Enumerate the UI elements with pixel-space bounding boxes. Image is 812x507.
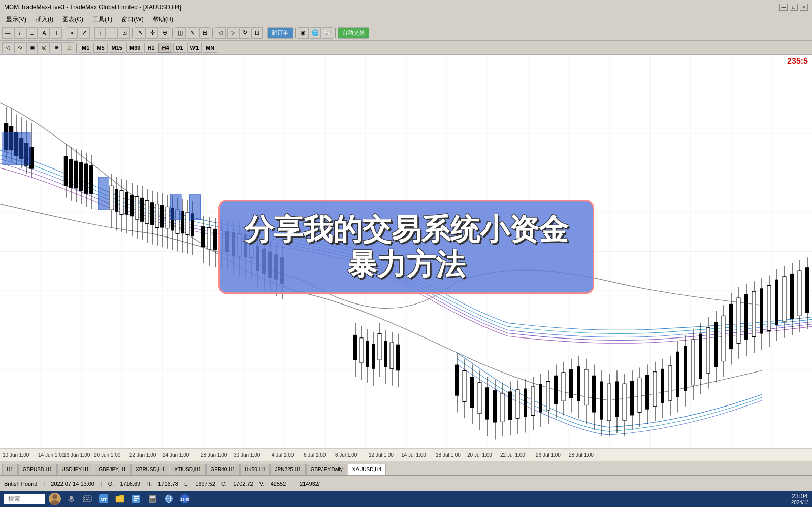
close-button[interactable]: ✕ bbox=[800, 4, 808, 11]
taskbar-2345-icon[interactable]: 2345 bbox=[179, 493, 191, 505]
svg-rect-250 bbox=[153, 499, 155, 500]
hline-tool-btn[interactable]: ≡ bbox=[26, 27, 38, 39]
tab-ger40-h1[interactable]: GER40,H1 bbox=[206, 464, 240, 475]
tf-sep bbox=[76, 43, 77, 53]
web-terminal-btn[interactable]: 🌐 bbox=[310, 27, 321, 39]
minimize-button[interactable]: — bbox=[779, 4, 788, 11]
svg-rect-90 bbox=[207, 228, 211, 249]
svg-rect-164 bbox=[577, 366, 580, 401]
menu-insert[interactable]: 插入(I) bbox=[31, 14, 57, 25]
nav-period-btn[interactable]: ◎ bbox=[39, 42, 50, 53]
svg-text:MT: MT bbox=[101, 497, 107, 502]
tab-gbpjpy-h1[interactable]: GBPJPY,H1 bbox=[94, 464, 131, 475]
svg-rect-176 bbox=[623, 384, 626, 421]
svg-rect-180 bbox=[638, 378, 641, 412]
template-btn[interactable]: ⊡ bbox=[251, 27, 263, 39]
svg-rect-245 bbox=[134, 500, 137, 501]
svg-rect-200 bbox=[714, 322, 718, 367]
nav-zoom-btn[interactable]: ⊕ bbox=[51, 42, 62, 53]
taskbar-ie-icon[interactable] bbox=[163, 493, 175, 505]
label-tool-btn[interactable]: T bbox=[51, 27, 62, 39]
xaxis-label-2: 16 Jun 1:00 bbox=[63, 452, 90, 458]
tf-m15[interactable]: M15 bbox=[109, 43, 125, 53]
tf-m30[interactable]: M30 bbox=[126, 43, 143, 53]
taskbar-calc-icon[interactable] bbox=[146, 493, 158, 505]
market-watch-btn[interactable]: ◉ bbox=[298, 27, 309, 39]
low-value: 1697.52 bbox=[195, 481, 215, 487]
taskbar-search-input[interactable] bbox=[4, 494, 45, 504]
xaxis-label-13: 18 Jul 1:00 bbox=[436, 452, 461, 458]
line-tool-btn[interactable]: — bbox=[2, 27, 13, 39]
zoom-out-btn[interactable]: − bbox=[107, 27, 118, 39]
autoscroll-btn[interactable]: ↻ bbox=[239, 27, 250, 39]
scroll-right-btn[interactable]: ▷ bbox=[227, 27, 238, 39]
svg-rect-56 bbox=[115, 189, 118, 212]
fit-btn[interactable]: ⊡ bbox=[119, 27, 130, 39]
crosshair-btn[interactable]: ✛ bbox=[147, 27, 158, 39]
tab-usdjpy-h1[interactable]: USDJPY,H1 bbox=[57, 464, 94, 475]
menu-display[interactable]: 显示(V) bbox=[2, 14, 30, 25]
tab-hk50-h1[interactable]: HK50,H1 bbox=[240, 464, 270, 475]
cursor-btn[interactable]: ↖ bbox=[135, 27, 146, 39]
svg-rect-248 bbox=[150, 499, 151, 500]
period-sep-btn[interactable]: ⊞ bbox=[199, 27, 210, 39]
tf-m1[interactable]: M1 bbox=[79, 43, 92, 53]
tab-gbpusd-h1[interactable]: GBPUSD,H1 bbox=[18, 464, 57, 475]
svg-rect-247 bbox=[150, 496, 155, 498]
chart-area: 235:5 bbox=[0, 55, 812, 448]
scroll-left-btn[interactable]: ◁ bbox=[215, 27, 226, 39]
menu-chart[interactable]: 图表(C) bbox=[58, 14, 87, 25]
svg-rect-224 bbox=[805, 267, 809, 313]
tf-m5[interactable]: M5 bbox=[93, 43, 107, 53]
tf-d1[interactable]: D1 bbox=[173, 43, 186, 53]
tab-jpn225-h1[interactable]: JPN225,H1 bbox=[270, 464, 305, 475]
tf-h4[interactable]: H4 bbox=[158, 43, 172, 53]
nav-indicator-btn[interactable]: ∿ bbox=[14, 42, 25, 53]
text-tool-btn[interactable]: A bbox=[39, 27, 50, 39]
nav-chart-btn[interactable]: ◫ bbox=[63, 42, 74, 53]
tf-mn[interactable]: MN bbox=[203, 43, 217, 53]
tab-h1-suffix[interactable]: H1 bbox=[2, 464, 18, 475]
cross2-btn[interactable]: ⊕ bbox=[159, 27, 170, 39]
taskbar-mic-icon[interactable] bbox=[65, 493, 77, 505]
svg-rect-182 bbox=[645, 375, 649, 410]
svg-text:2345: 2345 bbox=[180, 497, 189, 502]
menu-help[interactable]: 帮助(H) bbox=[149, 14, 178, 25]
nav-template-btn[interactable]: ▣ bbox=[26, 42, 38, 53]
taskbar-mt4-icon[interactable]: MT bbox=[98, 493, 110, 505]
nav-back-btn[interactable]: ◁ bbox=[2, 42, 13, 53]
tab-xtiusd-h1[interactable]: XTIUSD,H1 bbox=[170, 464, 205, 475]
svg-rect-72 bbox=[155, 204, 159, 228]
svg-rect-231 bbox=[70, 496, 73, 500]
auto-trade-btn[interactable]: 自动交易 bbox=[338, 27, 369, 39]
chart-type-btn[interactable]: ◫ bbox=[175, 27, 186, 39]
tab-xbrusd-h1[interactable]: XBRUSD,H1 bbox=[131, 464, 169, 475]
arrow-tool-btn[interactable]: ↗ bbox=[79, 27, 90, 39]
tf-h1[interactable]: H1 bbox=[144, 43, 157, 53]
svg-rect-253 bbox=[153, 501, 155, 502]
xaxis-label-12: 14 Jul 1:00 bbox=[401, 452, 426, 458]
svg-rect-214 bbox=[767, 285, 771, 330]
tab-xauusd-h4[interactable]: XAUUSD,H4 bbox=[348, 464, 386, 475]
svg-rect-238 bbox=[86, 499, 88, 500]
menu-window[interactable]: 窗口(W) bbox=[117, 14, 147, 25]
symbol-tabs: H1 GBPUSD,H1 USDJPY,H1 GBPJPY,H1 XBRUSD,… bbox=[0, 461, 812, 476]
pencil-tool-btn[interactable]: / bbox=[14, 27, 25, 39]
rect-tool-btn[interactable]: ▪ bbox=[67, 27, 78, 39]
svg-rect-196 bbox=[699, 334, 702, 379]
indicator-btn[interactable]: ∿ bbox=[187, 27, 198, 39]
taskbar-avatar[interactable] bbox=[49, 493, 61, 505]
svg-rect-218 bbox=[783, 277, 786, 322]
taskbar-folder-icon[interactable] bbox=[114, 493, 126, 505]
new-order-btn[interactable]: 新订单 bbox=[267, 27, 293, 39]
svg-rect-148 bbox=[516, 390, 519, 418]
news-btn[interactable]: 📰 bbox=[322, 27, 333, 39]
taskbar-settings-icon[interactable] bbox=[130, 493, 142, 505]
separator6 bbox=[265, 28, 265, 38]
menu-tools[interactable]: 工具(T) bbox=[88, 14, 116, 25]
taskbar-keyboard-icon[interactable] bbox=[81, 493, 93, 505]
zoom-in-btn[interactable]: + bbox=[94, 27, 106, 39]
maximize-button[interactable]: □ bbox=[790, 4, 798, 11]
tf-w1[interactable]: W1 bbox=[187, 43, 202, 53]
tab-gbpjpy-daily[interactable]: GBPJPY,Daily bbox=[306, 464, 347, 475]
